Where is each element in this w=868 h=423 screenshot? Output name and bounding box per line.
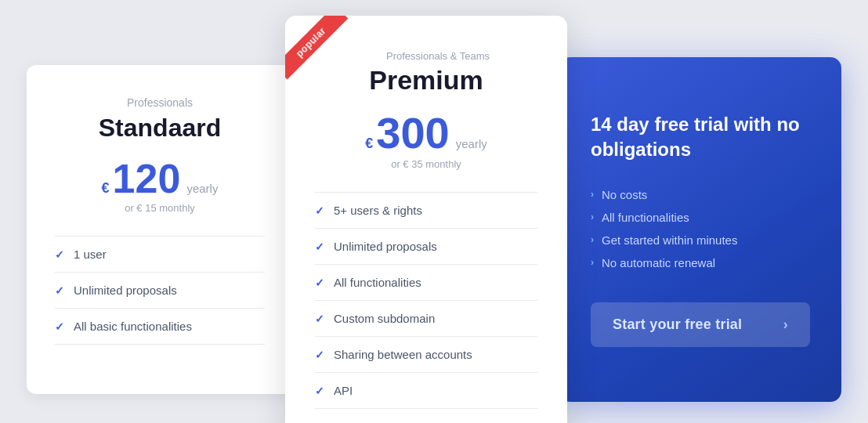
feature-text: All basic functionalities [74, 320, 192, 333]
check-icon: ✓ [315, 277, 324, 289]
standard-feature-list: ✓ 1 user ✓ Unlimited proposals ✓ All bas… [55, 236, 265, 345]
list-item: ✓ API [315, 373, 537, 409]
list-item: › No automatic renewal [591, 251, 810, 274]
feature-text: Custom subdomain [334, 312, 435, 325]
check-icon: ✓ [315, 204, 324, 217]
arrow-icon: › [591, 234, 594, 245]
standard-price-row: € 120 yearly [55, 158, 265, 199]
check-icon: ✓ [315, 313, 324, 325]
premium-card: Professionals & Teams Premium € 300 year… [285, 16, 567, 423]
standard-currency: € [102, 180, 110, 197]
list-item: ✓ 1 user [55, 237, 265, 273]
check-icon: ✓ [315, 385, 324, 397]
premium-currency: € [365, 136, 373, 152]
list-item: ✓ All basic functionalities [55, 309, 265, 345]
start-trial-button[interactable]: Start your free trial › [591, 302, 810, 347]
arrow-icon: › [591, 212, 594, 222]
arrow-icon: › [591, 257, 594, 268]
standard-alt-price: or € 15 monthly [55, 202, 265, 214]
feature-text: 5+ users & rights [334, 204, 422, 217]
feature-text: API [334, 384, 353, 397]
check-icon: ✓ [55, 284, 64, 297]
feature-text: 1 user [74, 248, 107, 261]
check-icon: ✓ [315, 240, 324, 253]
arrow-icon: › [591, 189, 594, 200]
check-icon: ✓ [55, 248, 64, 261]
check-icon: ✓ [55, 320, 64, 333]
feature-text: All functionalities [602, 211, 689, 224]
feature-text: Get started within minutes [602, 233, 737, 247]
feature-text: No automatic renewal [602, 256, 715, 269]
premium-price-row: € 300 yearly [315, 111, 537, 155]
standard-period: yearly [186, 182, 218, 195]
list-item: ✓ Unlimited proposals [55, 273, 265, 309]
feature-text: Sharing between accounts [334, 348, 472, 361]
list-item: ✓ Unlimited proposals [315, 229, 537, 265]
premium-plan-type: Professionals & Teams [338, 50, 537, 62]
list-item: ✓ All functionalities [315, 265, 537, 301]
list-item: ✓ Custom subdomain [315, 301, 537, 337]
trial-feature-list: › No costs › All functionalities › Get s… [591, 183, 810, 274]
list-item: › Get started within minutes [591, 229, 810, 251]
standard-price: 120 [113, 158, 181, 199]
premium-alt-price: or € 35 monthly [315, 158, 537, 170]
standard-plan-type: Professionals [55, 96, 265, 109]
trial-button-label: Start your free trial [613, 316, 742, 333]
trial-title: 14 day free trial with no obligations [591, 112, 810, 161]
premium-price: 300 [376, 111, 449, 155]
feature-text: All functionalities [334, 276, 421, 289]
list-item: › No costs [591, 183, 810, 206]
premium-feature-list: ✓ 5+ users & rights ✓ Unlimited proposal… [315, 192, 537, 409]
popular-badge [285, 16, 363, 94]
trial-card: 14 day free trial with no obligations › … [559, 57, 841, 402]
feature-text: No costs [602, 188, 647, 201]
check-icon: ✓ [315, 349, 324, 361]
list-item: ✓ Sharing between accounts [315, 337, 537, 373]
standard-plan-name: Standaard [55, 114, 265, 143]
standard-card: Professionals Standaard € 120 yearly or … [27, 65, 293, 394]
premium-period: yearly [456, 137, 487, 150]
chevron-right-icon: › [783, 316, 788, 333]
feature-text: Unlimited proposals [74, 284, 177, 297]
pricing-container: Professionals Standaard € 120 yearly or … [0, 0, 868, 423]
feature-text: Unlimited proposals [334, 240, 437, 253]
list-item: ✓ 5+ users & rights [315, 193, 537, 229]
list-item: › All functionalities [591, 206, 810, 229]
